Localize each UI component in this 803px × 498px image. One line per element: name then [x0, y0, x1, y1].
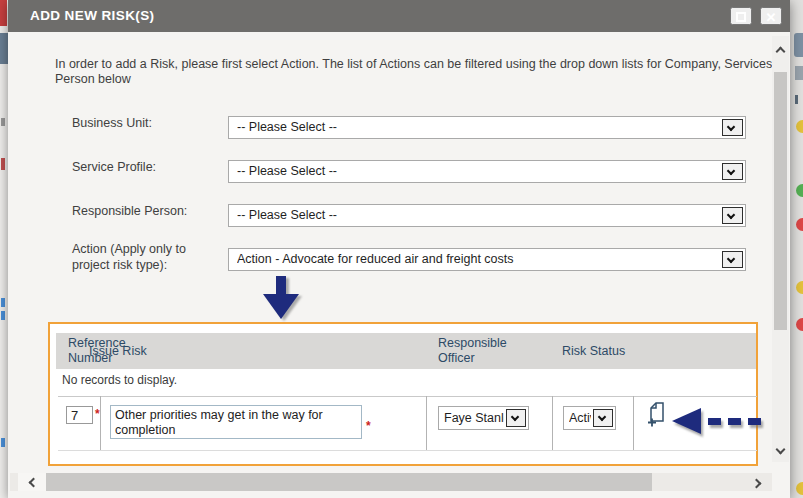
header-issue-risk: Issue Risk — [89, 344, 147, 359]
add-record-icon — [647, 401, 667, 427]
close-icon: ✕ — [766, 10, 777, 25]
header-risk-status: Risk Status — [562, 344, 625, 359]
background-text-fragment — [1, 158, 5, 170]
scroll-right-button[interactable] — [745, 474, 767, 490]
instruction-text: In order to add a Risk, please first sel… — [55, 57, 772, 87]
instruction-line: In order to add a Risk, please first sel… — [55, 57, 772, 72]
background-page-left — [0, 0, 8, 498]
horizontal-scrollbar[interactable] — [10, 473, 772, 491]
column-divider — [552, 396, 553, 450]
dropdown-button[interactable] — [722, 251, 743, 268]
dropdown-button[interactable] — [722, 207, 743, 224]
background-text-fragment — [795, 95, 798, 104]
header-responsible-officer: Responsible Officer — [438, 336, 526, 366]
responsible-person-value: -- Please Select -- — [237, 208, 719, 222]
instruction-line: Person below — [55, 72, 131, 86]
chevron-down-icon — [727, 255, 735, 263]
action-label: Action (Apply only to project risk type)… — [72, 241, 224, 273]
scroll-down-button[interactable] — [774, 440, 787, 456]
dropdown-button[interactable] — [722, 163, 743, 180]
responsible-officer-value: Faye Stanle — [444, 411, 504, 425]
action-value: Action - Advocate for reduced air and fr… — [237, 252, 719, 266]
chevron-down-icon — [727, 211, 735, 219]
chevron-down-icon — [727, 123, 735, 131]
no-records-text: No records to display. — [62, 373, 177, 387]
status-dot-yellow — [796, 281, 803, 294]
risk-status-value: Activ — [569, 411, 591, 425]
chevron-left-icon — [29, 478, 39, 488]
arrow-dash — [748, 418, 761, 425]
risk-status-select[interactable]: Activ — [563, 406, 616, 430]
scroll-up-button[interactable] — [774, 42, 787, 58]
background-logo-fragment — [0, 0, 7, 26]
row-divider — [58, 450, 757, 451]
close-button[interactable]: ✕ — [760, 7, 782, 25]
background-text-fragment — [1, 118, 5, 126]
scroll-left-button[interactable] — [18, 473, 46, 491]
status-dot-yellow — [796, 120, 803, 133]
screen: ADD NEW RISK(S) ✕ In order to add a Risk… — [0, 0, 803, 498]
background-text-fragment — [1, 311, 5, 320]
dropdown-button[interactable] — [593, 409, 613, 427]
grid-header: Reference Number Issue Risk Responsible … — [56, 333, 756, 369]
background-page-right — [790, 0, 803, 498]
business-unit-label: Business Unit: — [72, 115, 224, 131]
add-record-button[interactable] — [646, 401, 668, 429]
horizontal-scroll-thumb[interactable] — [46, 473, 652, 491]
background-block-fragment — [795, 66, 803, 80]
responsible-person-select[interactable]: -- Please Select -- — [228, 204, 746, 227]
action-select[interactable]: Action - Advocate for reduced air and fr… — [228, 248, 746, 271]
chevron-down-icon — [776, 444, 786, 454]
status-dot-yellow — [796, 482, 803, 495]
dialog-title-bar: ADD NEW RISK(S) ✕ — [8, 0, 790, 32]
chevron-down-icon — [511, 413, 519, 421]
status-dot-red — [796, 318, 803, 331]
dialog-title: ADD NEW RISK(S) — [30, 8, 155, 23]
status-dot-red — [796, 218, 803, 231]
required-asterisk: * — [366, 419, 371, 433]
issue-risk-textarea[interactable]: Other priorities may get in the way for … — [110, 405, 362, 439]
maximize-icon — [736, 12, 746, 22]
service-profile-value: -- Please Select -- — [237, 164, 719, 178]
arrow-head — [672, 408, 701, 434]
dropdown-button[interactable] — [722, 119, 743, 136]
status-dot-green — [796, 184, 803, 197]
column-divider — [633, 396, 634, 450]
column-divider — [426, 396, 427, 450]
required-asterisk: * — [95, 407, 100, 421]
column-divider — [100, 396, 101, 450]
vertical-scroll-thumb[interactable] — [774, 72, 787, 330]
vertical-scrollbar[interactable] — [772, 36, 789, 462]
arrow-dash — [708, 418, 721, 425]
arrow-shaft — [276, 276, 286, 294]
maximize-button[interactable] — [730, 7, 752, 25]
service-profile-label: Service Profile: — [72, 159, 224, 175]
business-unit-select[interactable]: -- Please Select -- — [228, 116, 746, 139]
business-unit-value: -- Please Select -- — [237, 120, 719, 134]
arrow-dash — [728, 418, 741, 425]
add-new-risk-dialog: ADD NEW RISK(S) ✕ In order to add a Risk… — [8, 0, 790, 498]
background-block-fragment — [0, 33, 8, 64]
chevron-down-icon — [598, 413, 606, 421]
chevron-down-icon — [727, 167, 735, 175]
risk-grid-panel: Reference Number Issue Risk Responsible … — [48, 322, 758, 466]
chevron-up-icon — [776, 46, 786, 56]
arrow-head — [263, 294, 299, 319]
background-block-fragment — [794, 33, 803, 57]
left-arrow-annotation — [672, 408, 761, 434]
reference-number-input[interactable] — [66, 406, 93, 424]
down-arrow-annotation — [263, 276, 299, 319]
responsible-officer-select[interactable]: Faye Stanle — [438, 406, 529, 430]
responsible-person-label: Responsible Person: — [72, 203, 224, 219]
chevron-right-icon — [751, 478, 761, 488]
background-text-fragment — [1, 438, 5, 447]
row-divider — [58, 396, 757, 397]
background-text-fragment — [1, 298, 5, 307]
dropdown-button[interactable] — [506, 409, 526, 427]
service-profile-select[interactable]: -- Please Select -- — [228, 160, 746, 183]
